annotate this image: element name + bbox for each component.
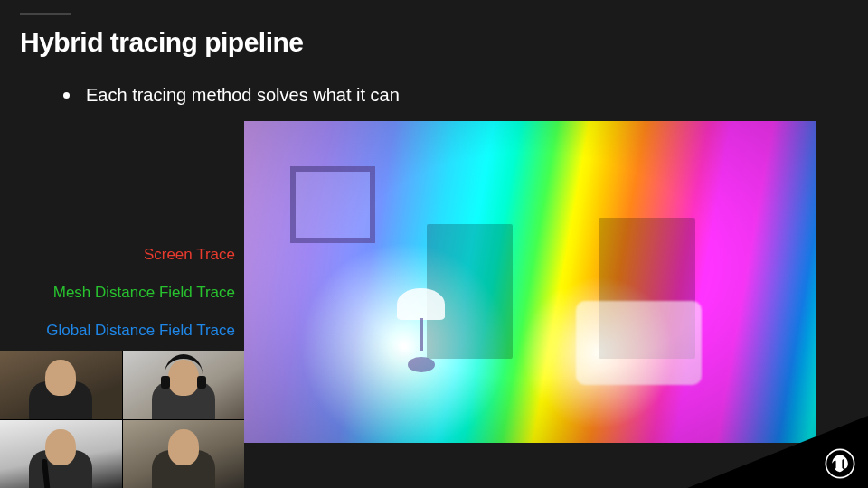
accent-bar xyxy=(20,13,71,15)
label-screen-trace: Screen Trace xyxy=(4,246,235,264)
visualization-image xyxy=(244,121,816,443)
participant-bottom-right xyxy=(123,420,245,489)
bullet-text: Each tracing method solves what it can xyxy=(86,85,400,106)
unreal-engine-logo-icon xyxy=(825,448,855,479)
participant-top-right xyxy=(123,351,245,419)
participant-bottom-left xyxy=(0,420,122,489)
slide-title: Hybrid tracing pipeline xyxy=(20,27,304,58)
label-global-distance-trace: Global Distance Field Trace xyxy=(4,322,235,340)
label-mesh-distance-trace: Mesh Distance Field Trace xyxy=(4,284,235,302)
bullet-dot-icon xyxy=(63,92,70,99)
webcam-grid xyxy=(0,351,244,488)
trace-method-labels: Screen Trace Mesh Distance Field Trace G… xyxy=(4,246,235,340)
bullet-item: Each tracing method solves what it can xyxy=(63,85,400,106)
participant-top-left xyxy=(0,351,122,419)
